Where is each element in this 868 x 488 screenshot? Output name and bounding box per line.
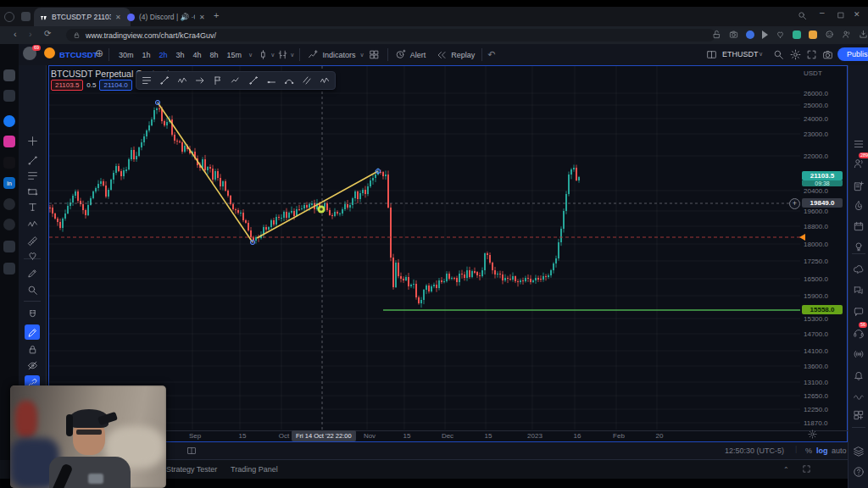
compare-button[interactable]: ⊕ (95, 47, 103, 59)
extension-icon-7[interactable] (809, 30, 817, 39)
time-axis[interactable]: Sep15OctNov15Dec15202316Feb20Fri 14 Oct … (47, 430, 848, 442)
layout-symbol-button[interactable]: ETHUSDT (722, 50, 759, 58)
ideas-icon[interactable] (851, 239, 866, 254)
extension-icon-6[interactable] (793, 30, 801, 39)
private-chats-icon[interactable] (851, 283, 866, 298)
flag-icon[interactable] (213, 75, 223, 86)
wave-tool-icon[interactable] (25, 216, 40, 231)
dom-icon[interactable] (851, 408, 866, 423)
calendar-icon[interactable] (851, 219, 866, 234)
refresh-icon[interactable]: ⟳ (44, 29, 51, 38)
panes-layout-icon[interactable] (706, 49, 717, 60)
add-alert-plus-icon[interactable]: + (789, 198, 800, 209)
arrow-icon[interactable] (195, 75, 205, 86)
pattern-icon[interactable] (25, 184, 40, 199)
extension-icon-3[interactable] (746, 30, 754, 39)
address-bar[interactable]: www.tradingview.com/chart/kCra4Guv/ (66, 29, 715, 42)
tab-trading-panel[interactable]: Trading Panel (231, 465, 278, 474)
extension-icon-play[interactable] (762, 30, 768, 39)
taskbar-icon-tiktok[interactable] (3, 157, 15, 169)
zigzag-icon[interactable] (320, 75, 330, 86)
zoom-in-icon[interactable] (25, 282, 40, 297)
taskbar-icon-3d[interactable] (3, 241, 15, 252)
browser-tab-active[interactable]: BTCUSDT.P 21103.5 ▲ +1.0 ✕ (34, 8, 131, 26)
comments-icon[interactable] (851, 304, 866, 319)
taskbar-icon-linkedin[interactable]: in (3, 177, 15, 189)
bar-style-icon[interactable] (275, 47, 290, 63)
tab-close-icon[interactable]: ✕ (199, 14, 205, 21)
timeframes-caret-icon[interactable]: ∨ (246, 52, 255, 58)
tab-strategy-tester[interactable]: Strategy Tester (166, 465, 217, 474)
back-icon[interactable]: ‹ (14, 29, 17, 39)
news-icon[interactable] (851, 179, 866, 194)
streams-icon[interactable] (851, 347, 866, 362)
clock-text[interactable]: 12:50:30 (UTC-5) (725, 446, 784, 455)
fib-retracement-icon[interactable] (25, 168, 40, 183)
timeframe-button-8h[interactable]: 8h (206, 51, 223, 59)
snapshot-camera-icon[interactable] (822, 49, 833, 60)
help-icon[interactable] (851, 464, 866, 480)
extension-icon-person[interactable] (842, 30, 851, 39)
cursor-cross-icon[interactable] (25, 133, 40, 148)
pine-scripts-icon[interactable] (851, 389, 866, 404)
tab-close-icon[interactable]: ✕ (115, 14, 121, 21)
maximize-pane-icon[interactable] (802, 464, 811, 474)
brush-icon[interactable] (25, 265, 40, 280)
fullscreen-icon[interactable] (806, 49, 817, 60)
extension-icon-share[interactable] (712, 30, 721, 39)
percent-scale-button[interactable]: % (805, 446, 812, 455)
trend-line-icon[interactable] (159, 75, 170, 86)
public-chats-icon[interactable] (851, 262, 866, 277)
indicators-icon[interactable] (305, 47, 320, 63)
taskbar-icon-clock[interactable] (3, 219, 15, 230)
taskbar-icon-record[interactable] (3, 198, 15, 210)
watchlist-icon[interactable] (851, 136, 866, 152)
extension-icon-camera[interactable] (729, 30, 738, 39)
browser-profile-icon[interactable] (4, 12, 14, 22)
timeframe-button-2h[interactable]: 2h (155, 51, 172, 59)
curve-icon[interactable] (284, 75, 294, 86)
minimize-button[interactable]: – (820, 8, 825, 17)
grid-layout-icon[interactable] (367, 47, 382, 63)
tab-strip-icon[interactable] (21, 12, 31, 21)
timeframe-button-15m[interactable]: 15m (223, 51, 247, 59)
maximize-button[interactable] (837, 11, 845, 19)
trendlines-group-icon[interactable] (142, 75, 152, 86)
extension-icon-smiley[interactable] (825, 30, 834, 39)
alerts-bell-icon[interactable] (851, 368, 866, 383)
new-tab-button[interactable]: + (214, 10, 219, 20)
collapse-chevron-icon[interactable]: ⌃ (783, 466, 789, 474)
pattern-wave-icon[interactable] (231, 75, 241, 86)
replay-icon[interactable] (434, 47, 449, 63)
timeframe-button-3h[interactable]: 3h (172, 51, 189, 59)
taskbar-icon-folder[interactable] (3, 69, 15, 81)
taskbar-icon-instagram[interactable] (3, 136, 15, 147)
symbol-button[interactable]: BTCUSDT (59, 50, 97, 59)
price-axis[interactable]: USDT26000.025000.024000.023000.022000.02… (801, 65, 848, 430)
close-button[interactable]: ✕ (854, 10, 860, 19)
indicators-caret-icon[interactable]: ∨ (358, 52, 367, 58)
alert-icon[interactable] (393, 47, 409, 63)
bars-caret-icon[interactable]: ∨ (290, 52, 294, 58)
lock-drawings-icon[interactable] (25, 341, 40, 357)
taskbar-icon-messenger[interactable] (3, 115, 15, 127)
publish-button[interactable]: Publish (837, 47, 868, 61)
alert-button[interactable]: Alert (409, 51, 428, 59)
emoji-heart-icon[interactable] (25, 247, 40, 263)
object-tree-icon[interactable] (851, 444, 866, 459)
timeframe-button-1h[interactable]: 1h (138, 51, 155, 59)
parallel-channel-icon[interactable] (302, 75, 312, 86)
horizontal-ray-icon[interactable] (266, 75, 276, 86)
extension-icon-heart[interactable] (776, 30, 785, 39)
timeframe-button-4h[interactable]: 4h (189, 51, 206, 59)
magnet-icon[interactable] (25, 307, 40, 322)
drawing-mode-icon[interactable] (25, 324, 40, 340)
tab-search-icon[interactable] (798, 11, 807, 20)
taskbar-icon-settings[interactable] (3, 263, 15, 274)
text-tool-icon[interactable] (25, 199, 40, 214)
candle-style-icon[interactable] (255, 47, 270, 63)
extension-icon-tray[interactable] (859, 30, 868, 39)
browser-tab-discord[interactable]: (4) Discord | 🔊 ·General ✕ (121, 8, 216, 26)
undo-icon[interactable]: ↶ (487, 49, 495, 60)
layout-caret-icon[interactable]: ∨ (759, 51, 763, 58)
